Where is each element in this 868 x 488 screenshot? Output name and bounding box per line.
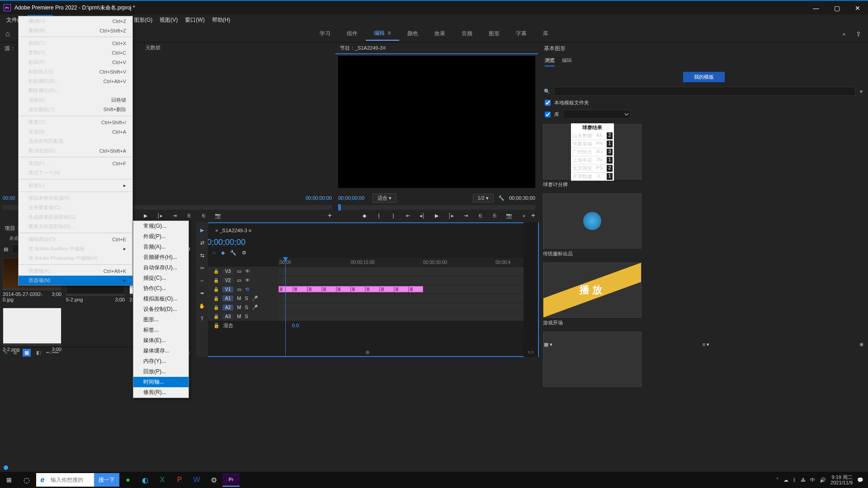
settings-icon[interactable]: 🔧 <box>230 250 236 256</box>
mix-value[interactable]: 0.0 <box>292 323 299 328</box>
network-icon[interactable]: 🖧 <box>801 477 806 483</box>
track-v2[interactable]: 🔒V2▭👁 <box>202 276 533 285</box>
goto-out-icon[interactable]: ⇥ <box>462 213 470 219</box>
menu-window[interactable]: 窗口(W) <box>181 15 208 25</box>
clip[interactable] <box>278 286 293 292</box>
mute-icon[interactable]: M <box>237 305 241 310</box>
add-btn-icon[interactable]: + <box>531 211 535 220</box>
clips[interactable] <box>278 286 423 292</box>
favorite-icon[interactable]: ★ <box>859 89 863 94</box>
menu-help[interactable]: 帮助(H) <box>208 15 234 25</box>
mute-icon[interactable]: M <box>237 314 241 319</box>
compare-icon[interactable]: » <box>523 213 525 218</box>
program-tab[interactable]: 节目：_S1A2249-3 ≡ <box>335 42 538 54</box>
menu-item[interactable]: 撤消(U)Ctrl+Z <box>19 16 132 26</box>
marker-add-icon[interactable]: ◆ <box>221 250 225 256</box>
clip[interactable] <box>322 286 336 292</box>
clip[interactable] <box>307 286 322 292</box>
track-label[interactable]: V3 <box>222 268 233 274</box>
ws-captions[interactable]: 字幕 <box>508 27 535 40</box>
taskbar-search-input[interactable] <box>49 474 94 486</box>
pref-item[interactable]: 回放(P)... <box>133 366 189 377</box>
ws-audio[interactable]: 音频 <box>453 27 481 40</box>
new-icon[interactable]: ⊕ <box>859 342 863 347</box>
timeline-tc[interactable]: 00;00;00;00 <box>197 238 538 247</box>
lock-icon[interactable]: 🔒 <box>213 296 219 301</box>
bluetooth-icon[interactable]: ᛒ <box>793 477 796 483</box>
search-go-button[interactable]: 搜一下 <box>94 473 119 487</box>
my-templates-button[interactable]: 我的模板 <box>683 72 725 82</box>
pref-item[interactable]: 自动保存(U)... <box>133 263 189 273</box>
menu-item[interactable]: 合并重复项(C) <box>19 203 132 212</box>
word-icon[interactable]: W <box>188 473 205 487</box>
track-v3[interactable]: 🔒V3▭👁 <box>202 267 533 276</box>
lock-icon[interactable]: 🔒 <box>213 305 219 310</box>
in-icon[interactable]: { <box>375 213 383 218</box>
wechat-icon[interactable]: ● <box>119 473 137 487</box>
menu-view[interactable]: 视图(V) <box>156 15 181 25</box>
track-a1[interactable]: 🔒A1MS🎤 <box>202 294 533 303</box>
pref-item[interactable]: 常规(G)... <box>133 221 189 231</box>
slip-tool-icon[interactable]: ↔ <box>198 277 206 285</box>
settings-icon[interactable]: ⚙ <box>205 473 222 487</box>
track-label[interactable]: V2 <box>222 277 233 283</box>
program-tc[interactable]: 00;00;00;00 <box>338 195 364 201</box>
zoom-slider[interactable]: ━○━━ <box>46 350 59 356</box>
mute-icon[interactable]: M <box>237 296 241 301</box>
project-item[interactable]: 2-2.png3;00 <box>3 308 61 353</box>
menu-graphics[interactable]: 图形(G) <box>130 15 156 25</box>
timeline-scroll[interactable] <box>202 351 533 354</box>
edge-icon[interactable]: ◐ <box>137 473 154 487</box>
template-item[interactable]: 传统徽标出品 <box>543 193 864 257</box>
menu-item[interactable]: 查找(F)...Ctrl+F <box>19 159 132 168</box>
ws-libraries[interactable]: 库 <box>535 27 557 40</box>
clock[interactable]: 9:19 周二 2021/11/9 <box>830 474 853 485</box>
toggle-output-icon[interactable]: ▭ <box>237 286 241 292</box>
ws-assembly[interactable]: 组件 <box>339 27 366 40</box>
export-frame-icon[interactable]: 📷 <box>505 213 513 219</box>
clip[interactable] <box>293 286 307 292</box>
eye-icon[interactable]: 👁 <box>245 268 250 274</box>
pref-item[interactable]: 媒体(E)... <box>133 335 189 346</box>
onedrive-icon[interactable]: ☁ <box>783 477 788 483</box>
solo-icon[interactable]: S <box>245 296 248 301</box>
program-monitor[interactable] <box>338 56 535 188</box>
share-icon[interactable]: ⇪ <box>856 30 861 38</box>
metadata-tab[interactable]: 元数据 <box>146 44 160 51</box>
ws-learn[interactable]: 学习 <box>311 27 339 40</box>
pref-item[interactable]: 时间轴... <box>133 377 189 387</box>
ws-graphics[interactable]: 图形 <box>481 27 508 40</box>
pref-item[interactable]: 音频硬件(H)... <box>133 252 189 263</box>
notifications-icon[interactable]: 💬 <box>857 477 863 483</box>
overwrite-icon[interactable]: ⎗ <box>199 213 208 218</box>
pencil-icon[interactable]: ✎ <box>4 350 8 356</box>
menu-item[interactable]: 首选项(N)▸ <box>19 276 132 285</box>
track-select-tool-icon[interactable]: ⇄ <box>198 239 206 247</box>
track-a2[interactable]: 🔒A2MS🎤 <box>202 303 533 312</box>
play-icon[interactable]: ▶ <box>142 213 150 219</box>
filter-icon[interactable]: ▤ <box>4 246 8 252</box>
voice-icon[interactable]: 🎤 <box>252 305 258 310</box>
list-view-icon[interactable]: ≣ <box>13 350 17 356</box>
local-checkbox[interactable] <box>545 100 551 106</box>
clip[interactable] <box>365 286 380 292</box>
clip[interactable] <box>409 286 423 292</box>
step-back-icon[interactable]: ◂│ <box>418 213 426 219</box>
template-item[interactable]: 球赛结果 山东鲁能AE2 华夏幸福PR1 广州恒大AU3 上海申花IN1 北京国… <box>543 124 864 188</box>
maximize-button[interactable]: ▢ <box>826 1 847 15</box>
minimize-button[interactable]: — <box>806 1 826 15</box>
eye-icon[interactable]: 👁 <box>245 277 250 283</box>
solo-icon[interactable]: S <box>245 314 248 319</box>
overflow-icon[interactable]: » <box>843 31 845 37</box>
razor-tool-icon[interactable]: ✂ <box>198 264 206 272</box>
cortana-icon[interactable]: ◌ <box>18 473 35 487</box>
ripple-tool-icon[interactable]: ⇆ <box>198 251 206 259</box>
marker-icon[interactable]: ◆ <box>360 213 368 219</box>
track-v1[interactable]: 🔒V1▭⟲ <box>202 285 533 294</box>
export-frame-icon[interactable]: 📷 <box>214 213 222 219</box>
track-label[interactable]: A2 <box>222 305 233 310</box>
excel-icon[interactable]: X <box>154 473 171 487</box>
toggle-output-icon[interactable]: ▭ <box>237 277 241 283</box>
lock-icon[interactable]: 🔒 <box>213 314 219 319</box>
ws-color[interactable]: 颜色 <box>399 27 426 40</box>
